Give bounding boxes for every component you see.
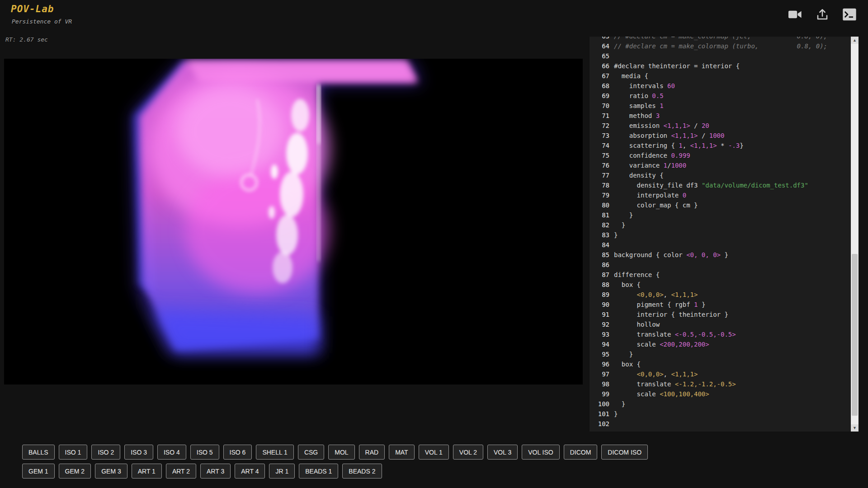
scene-button-rad[interactable]: RAD	[359, 445, 385, 460]
code-line: 76 variance 1/1000	[590, 160, 851, 170]
scene-button-gem-2[interactable]: GEM 2	[59, 464, 91, 479]
volume-render-image	[4, 59, 583, 385]
scene-button-iso-5[interactable]: ISO 5	[190, 445, 219, 460]
code-line: 91 interior { theinterior }	[590, 310, 851, 319]
line-content: pigment { rgbf 1 }	[614, 300, 705, 310]
line-content: absorption <1,1,1> / 1000	[614, 131, 724, 141]
scene-button-csg[interactable]: CSG	[298, 445, 324, 460]
line-number: 90	[590, 300, 614, 310]
scene-button-gem-3[interactable]: GEM 3	[95, 464, 127, 479]
line-number: 77	[590, 170, 614, 180]
editor-scrollbar[interactable]: ▲ ▼	[851, 37, 859, 432]
line-number: 63	[590, 37, 614, 41]
line-content: hollow	[614, 319, 660, 329]
line-content: method 3	[614, 111, 660, 121]
line-content: variance 1/1000	[614, 160, 686, 170]
line-content: density {	[614, 170, 664, 180]
line-number: 102	[590, 419, 614, 429]
line-content: interpolate 0	[614, 190, 686, 200]
code-line: 88 box {	[590, 280, 851, 290]
scene-button-iso-2[interactable]: ISO 2	[91, 445, 120, 460]
code-line: 65	[590, 51, 851, 61]
export-button[interactable]	[814, 7, 831, 23]
code-line: 69 ratio 0.5	[590, 91, 851, 101]
scene-button-jr-1[interactable]: JR 1	[269, 464, 295, 479]
scene-button-art-4[interactable]: ART 4	[235, 464, 265, 479]
scene-button-art-2[interactable]: ART 2	[166, 464, 196, 479]
line-number: 76	[590, 160, 614, 170]
record-video-button[interactable]	[787, 7, 804, 23]
scene-button-art-3[interactable]: ART 3	[200, 464, 231, 479]
code-line: 87difference {	[590, 270, 851, 280]
scene-button-beads-2[interactable]: BEADS 2	[342, 464, 382, 479]
scene-button-mol[interactable]: MOL	[328, 445, 354, 460]
line-content: }	[614, 210, 633, 220]
scene-button-balls[interactable]: BALLS	[22, 445, 55, 460]
scene-button-gem-1[interactable]: GEM 1	[22, 464, 55, 479]
code-line: 80 color_map { cm }	[590, 200, 851, 210]
code-line: 63// #declare cm = make_colormap (jet, 0…	[590, 37, 851, 41]
code-line: 66#declare theinterior = interior {	[590, 61, 851, 71]
line-content: <0,0,0>, <1,1,1>	[614, 369, 698, 379]
line-content: background { color <0, 0, 0> }	[614, 250, 728, 260]
scene-button-beads-1[interactable]: BEADS 1	[299, 464, 338, 479]
render-viewport	[4, 59, 583, 385]
code-line: 78 density_file df3 "data/volume/dicom_t…	[590, 180, 851, 190]
line-number: 88	[590, 280, 614, 290]
video-camera-icon	[788, 8, 803, 23]
line-content: // #declare cm = make_colormap (jet, 0.8…	[614, 37, 827, 41]
line-content: density_file df3 "data/volume/dicom_test…	[614, 180, 808, 190]
line-content: <0,0,0>, <1,1,1>	[614, 290, 698, 300]
scene-button-iso-4[interactable]: ISO 4	[157, 445, 186, 460]
code-editor[interactable]: 63// #declare cm = make_colormap (jet, 0…	[590, 37, 859, 432]
line-content: translate <-1.2,-1.2,-0.5>	[614, 379, 736, 389]
terminal-button[interactable]	[841, 7, 858, 23]
line-number: 68	[590, 81, 614, 91]
line-number: 80	[590, 200, 614, 210]
code-line: 73 absorption <1,1,1> / 1000	[590, 131, 851, 141]
scene-button-dicom-iso[interactable]: DICOM ISO	[601, 445, 648, 460]
line-number: 85	[590, 250, 614, 260]
code-line: 89 <0,0,0>, <1,1,1>	[590, 290, 851, 300]
scene-button-iso-1[interactable]: ISO 1	[59, 445, 88, 460]
code-line: 75 confidence 0.999	[590, 150, 851, 160]
scrollbar-down-arrow-icon[interactable]: ▼	[851, 424, 859, 432]
line-number: 98	[590, 379, 614, 389]
scene-button-shell-1[interactable]: SHELL 1	[256, 445, 294, 460]
scrollbar-up-arrow-icon[interactable]: ▲	[851, 37, 859, 44]
line-number: 67	[590, 71, 614, 81]
scene-button-vol-1[interactable]: VOL 1	[419, 445, 449, 460]
scene-buttons: BALLSISO 1ISO 2ISO 3ISO 4ISO 5ISO 6SHELL…	[22, 445, 648, 483]
code-line: 70 samples 1	[590, 101, 851, 111]
line-content: samples 1	[614, 101, 664, 111]
code-line: 90 pigment { rgbf 1 }	[590, 300, 851, 310]
code-line: 94 scale <200,200,200>	[590, 339, 851, 349]
code-line: 93 translate <-0.5,-0.5,-0.5>	[590, 329, 851, 339]
scrollbar-thumb[interactable]	[852, 254, 858, 416]
scene-button-vol-2[interactable]: VOL 2	[453, 445, 483, 460]
line-content: }	[614, 230, 618, 240]
render-time-label: RT: 2.67 sec	[5, 36, 48, 43]
line-number: 84	[590, 240, 614, 250]
scene-button-mat[interactable]: MAT	[389, 445, 415, 460]
line-number: 81	[590, 210, 614, 220]
line-content: // #declare cm = make_colormap (turbo, 0…	[614, 41, 827, 51]
code-line: 67 media {	[590, 71, 851, 81]
app-subtitle: Persistence of VR	[12, 18, 72, 25]
scene-button-art-1[interactable]: ART 1	[132, 464, 162, 479]
line-number: 86	[590, 260, 614, 270]
code-line: 74 scattering { 1, <1,1,1> * -.3}	[590, 141, 851, 150]
code-line: 71 method 3	[590, 111, 851, 121]
scene-button-iso-3[interactable]: ISO 3	[124, 445, 153, 460]
line-content: translate <-0.5,-0.5,-0.5>	[614, 329, 736, 339]
code-line: 101}	[590, 409, 851, 419]
scene-button-row-2: GEM 1GEM 2GEM 3ART 1ART 2ART 3ART 4JR 1B…	[22, 464, 648, 479]
line-content: #declare theinterior = interior {	[614, 61, 740, 71]
header-toolbar	[787, 7, 858, 23]
scene-button-vol-iso[interactable]: VOL ISO	[522, 445, 560, 460]
scene-button-iso-6[interactable]: ISO 6	[223, 445, 252, 460]
scene-button-dicom[interactable]: DICOM	[564, 445, 598, 460]
scene-button-vol-3[interactable]: VOL 3	[487, 445, 518, 460]
line-number: 72	[590, 121, 614, 131]
code-line: 79 interpolate 0	[590, 190, 851, 200]
